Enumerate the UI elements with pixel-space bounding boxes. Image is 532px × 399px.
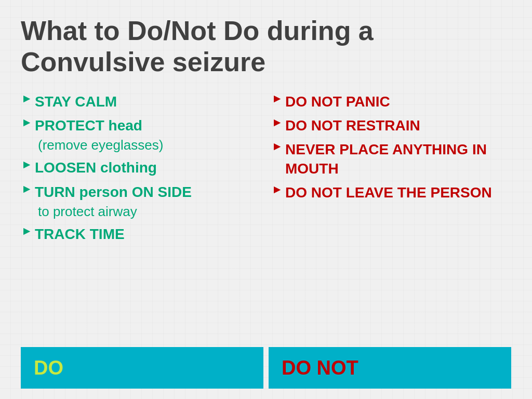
do-item-text: PROTECT head [35, 116, 142, 135]
title-line2: Convulsive seizure [21, 47, 265, 77]
bottom-bar: DO DO NOT [21, 347, 511, 389]
do-list-item-protect-head: ▶PROTECT head [23, 116, 261, 135]
bullet-icon: ▶ [274, 94, 280, 104]
do-item-subtext: (remove eyeglasses) [23, 137, 261, 153]
do-list-item-turn-person: ▶TURN person ON SIDE [23, 183, 261, 202]
bullet-icon: ▶ [23, 159, 30, 170]
do-bar-label: DO [34, 357, 63, 379]
do-item-text: TRACK TIME [35, 225, 125, 244]
dont-item-text: DO NOT RESTRAIN [285, 116, 420, 135]
bullet-icon: ▶ [23, 226, 30, 237]
do-list-item-loosen-clothing: ▶LOOSEN clothing [23, 158, 261, 177]
bullet-icon: ▶ [23, 117, 30, 128]
dont-item-text: DO NOT PANIC [285, 92, 390, 111]
bullet-icon: ▶ [23, 94, 30, 104]
do-column: ▶STAY CALM▶PROTECT head(remove eyeglasse… [21, 92, 261, 337]
dont-column: ▶DO NOT PANIC▶DO NOT RESTRAIN▶NEVER PLAC… [271, 92, 511, 337]
do-bar: DO [21, 347, 263, 389]
title-section: What to Do/Not Do during a Convulsive se… [21, 16, 511, 78]
do-item-text: TURN person ON SIDE [35, 183, 192, 202]
dont-list-item-do-not-panic: ▶DO NOT PANIC [274, 92, 511, 111]
dont-item-text: DO NOT LEAVE THE PERSON [285, 183, 492, 202]
bullet-icon: ▶ [274, 184, 280, 195]
do-item-subtext: to protect airway [23, 204, 261, 220]
bullet-icon: ▶ [274, 141, 280, 152]
bullet-icon: ▶ [23, 184, 30, 195]
dont-bar-label: DO NOT [282, 357, 358, 379]
dont-item-text: NEVER PLACE ANYTHING IN MOUTH [285, 140, 511, 178]
do-item-text: STAY CALM [35, 92, 117, 111]
content-area: ▶STAY CALM▶PROTECT head(remove eyeglasse… [21, 92, 511, 337]
main-title: What to Do/Not Do during a Convulsive se… [21, 16, 511, 78]
dont-list-item-never-place: ▶NEVER PLACE ANYTHING IN MOUTH [274, 140, 511, 178]
dont-list-item-do-not-restrain: ▶DO NOT RESTRAIN [274, 116, 511, 135]
do-item-text: LOOSEN clothing [35, 158, 157, 177]
do-list-item-stay-calm: ▶STAY CALM [23, 92, 261, 111]
bullet-icon: ▶ [274, 117, 280, 128]
do-list-item-track-time: ▶TRACK TIME [23, 225, 261, 244]
dont-list-item-do-not-leave: ▶DO NOT LEAVE THE PERSON [274, 183, 511, 202]
title-line1: What to Do/Not Do during a [21, 16, 374, 46]
dont-bar: DO NOT [269, 347, 511, 389]
